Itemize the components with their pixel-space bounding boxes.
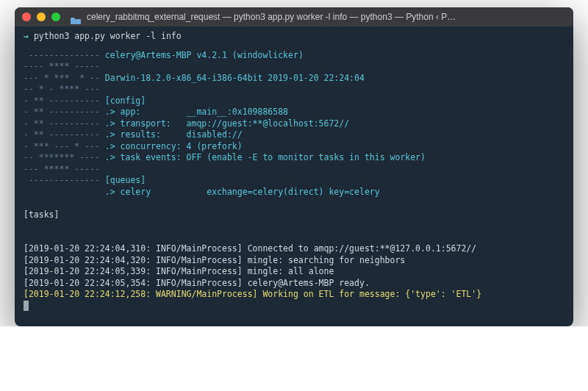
log-line: [2019-01-20 22:24:04,320: INFO/MainProce… [24,255,405,265]
zoom-icon[interactable] [51,12,60,21]
log-line: [2019-01-20 22:24:05,339: INFO/MainProce… [24,266,334,276]
log-line: [2019-01-20 22:24:05,354: INFO/MainProce… [24,278,370,288]
folder-icon [71,13,81,21]
terminal-body[interactable]: ⇒ python3 app.py worker -l info --------… [15,26,573,326]
cursor-icon [24,301,29,311]
traffic-lights [22,12,60,21]
prompt-command: python3 app.py worker -l info [34,31,182,41]
celery-banner: -------------- celery@Artems-MBP v4.2.1 … [24,50,564,198]
tasks-section: [tasks] [2019-01-20 22:24:04,310: INFO/M… [24,198,564,312]
titlebar[interactable]: celery_rabbitmq_external_request — pytho… [15,7,573,26]
close-icon[interactable] [22,12,31,21]
prompt-arrow-icon: ⇒ [24,31,29,41]
minimize-icon[interactable] [37,12,46,21]
log-line: [2019-01-20 22:24:04,310: INFO/MainProce… [24,243,476,254]
terminal-window: celery_rabbitmq_external_request — pytho… [15,7,573,326]
prompt-line: ⇒ python3 app.py worker -l info [24,31,564,43]
window-title: celery_rabbitmq_external_request — pytho… [87,12,566,22]
log-line-warning: [2019-01-20 22:24:12,258: WARNING/MainPr… [24,289,481,299]
tasks-header: [tasks] [24,209,59,220]
